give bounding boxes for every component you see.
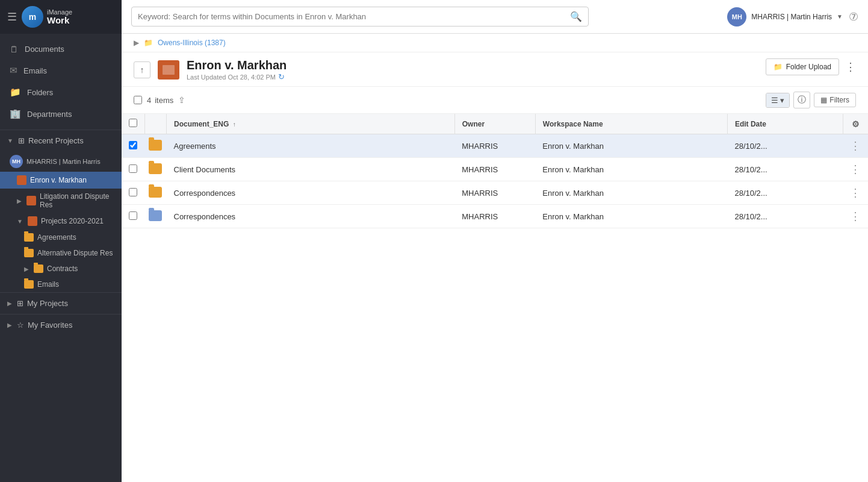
info-button[interactable]: ⓘ (793, 92, 810, 108)
document-icon: 🗒 (10, 44, 19, 54)
my-favorites-label: My Favorites (28, 321, 72, 330)
breadcrumb-parent[interactable]: Owens-Illinois (1387) (158, 39, 226, 47)
row-more-icon[interactable]: ⋮ (850, 210, 861, 223)
projects2020-icon (28, 216, 37, 226)
workspace-more-icon[interactable]: ⋮ (845, 60, 856, 74)
breadcrumb-expand-icon[interactable]: ▶ (134, 39, 139, 47)
sidebar-item-folders[interactable]: 📁 Folders (0, 81, 122, 103)
grid-view-button[interactable]: ☰ ▾ (766, 93, 790, 107)
row-checkbox[interactable] (129, 211, 137, 220)
row-checkbox[interactable] (129, 141, 137, 149)
row-workspace-cell: Enron v. Markhan (535, 134, 727, 158)
row-checkbox[interactable] (129, 188, 137, 196)
row-checkbox-cell (122, 134, 145, 158)
row-workspace-cell: Enron v. Markhan (535, 205, 727, 228)
row-icon-cell (145, 158, 167, 181)
search-input[interactable] (138, 12, 565, 21)
toolbar: 4 items ⇪ ☰ ▾ ⓘ ▦ Filters (122, 87, 868, 114)
sidebar-project-enron[interactable]: Enron v. Markhan (0, 172, 122, 189)
row-more-icon[interactable]: ⋮ (850, 163, 861, 176)
items-count-number: 4 (147, 96, 151, 105)
topbar-right: MH MHARRIS | Martin Harris ▼ ⑦ (727, 7, 858, 27)
th-checkbox (122, 114, 145, 134)
table-row[interactable]: Client Documents MHARRIS Enron v. Markha… (122, 158, 868, 181)
row-name-cell[interactable]: Client Documents (167, 158, 455, 181)
row-more-cell[interactable]: ⋮ (843, 134, 868, 158)
sidebar-project-2020-label: Projects 2020-2021 (41, 217, 104, 225)
row-more-cell[interactable]: ⋮ (843, 158, 868, 181)
my-favorites-chevron: ▶ (7, 322, 12, 328)
my-projects-label: My Projects (27, 299, 68, 308)
settings-icon[interactable]: ⚙ (852, 119, 860, 129)
table-row[interactable]: Correspondences MHARRIS Enron v. Markhan… (122, 205, 868, 228)
select-all-checkbox[interactable] (134, 96, 142, 104)
row-name-cell[interactable]: Correspondences (167, 181, 455, 205)
search-bar[interactable]: 🔍 (131, 7, 589, 27)
table-row[interactable]: Agreements MHARRIS Enron v. Markhan 28/1… (122, 134, 868, 158)
sidebar-item-departments[interactable]: 🏢 Departments (0, 103, 122, 125)
th-settings[interactable]: ⚙ (843, 114, 868, 134)
sidebar-user-item[interactable]: MH MHARRIS | Martin Harris (0, 151, 122, 172)
table-row[interactable]: Correspondences MHARRIS Enron v. Markhan… (122, 181, 868, 205)
row-checkbox[interactable] (129, 164, 137, 173)
recent-projects-chevron: ▼ (7, 137, 13, 144)
user-avatar: MH (727, 7, 746, 27)
share-icon[interactable]: ⇪ (178, 95, 185, 105)
my-projects-header[interactable]: ▶ ⊞ My Projects (0, 293, 122, 314)
sidebar-item-emails[interactable]: ✉ Emails (0, 60, 122, 81)
sidebar-sub-emails[interactable]: Emails (0, 277, 122, 292)
row-name-cell[interactable]: Agreements (167, 134, 455, 158)
sidebar-item-documents[interactable]: 🗒 Documents (0, 39, 122, 60)
search-icon[interactable]: 🔍 (570, 11, 582, 22)
workspace-project-icon (158, 60, 179, 80)
row-editdate-cell: 28/10/2... (727, 158, 843, 181)
row-checkbox-cell (122, 158, 145, 181)
logo-icon: m (22, 6, 43, 28)
folder-upload-label: Folder Upload (786, 63, 831, 71)
folder-upload-button[interactable]: 📁 Folder Upload (766, 58, 839, 75)
sidebar-project-2020[interactable]: ▼ Projects 2020-2021 (0, 213, 122, 230)
row-owner-cell: MHARRIS (454, 158, 535, 181)
recent-projects-header[interactable]: ▼ ⊞ Recent Projects (0, 130, 122, 151)
row-more-cell[interactable]: ⋮ (843, 205, 868, 228)
header-checkbox[interactable] (129, 119, 137, 127)
documents-table: Document_ENG ↑ Owner Workspace Name Edit… (122, 114, 868, 228)
sidebar-sub-altdispute[interactable]: Alternative Dispute Res (0, 245, 122, 261)
hamburger-icon[interactable]: ☰ (7, 10, 17, 23)
row-workspace-cell: Enron v. Markhan (535, 181, 727, 205)
my-favorites-header[interactable]: ▶ ☆ My Favorites (0, 315, 122, 336)
sidebar-project-enron-label: Enron v. Markhan (30, 176, 87, 184)
projects2020-chevron: ▼ (17, 218, 23, 225)
th-owner[interactable]: Owner (454, 114, 535, 134)
user-badge[interactable]: MH MHARRIS | Martin Harris ▼ (727, 7, 843, 27)
up-button[interactable]: ↑ (134, 61, 150, 78)
row-name-cell[interactable]: Correspondences (167, 205, 455, 228)
row-more-icon[interactable]: ⋮ (850, 186, 861, 199)
th-edit-date[interactable]: Edit Date (727, 114, 843, 134)
help-icon[interactable]: ⑦ (849, 10, 858, 23)
user-display-name: MHARRIS | Martin Harris (751, 13, 832, 21)
sidebar-sub-agreements[interactable]: Agreements (0, 230, 122, 245)
sidebar-item-emails-label: Emails (23, 66, 47, 75)
view-toggle: ☰ ▾ (766, 93, 790, 108)
th-workspace[interactable]: Workspace Name (535, 114, 727, 134)
row-more-icon[interactable]: ⋮ (850, 139, 861, 152)
user-dropdown-arrow[interactable]: ▼ (837, 13, 843, 20)
row-more-cell[interactable]: ⋮ (843, 181, 868, 205)
contracts-folder-icon (34, 264, 43, 273)
row-checkbox-cell (122, 181, 145, 205)
sidebar-item-documents-label: Documents (25, 45, 64, 54)
sidebar-user-label: MHARRIS | Martin Harris (26, 158, 101, 165)
sidebar-sub-contracts-label: Contracts (47, 264, 78, 273)
main-content: 🔍 MH MHARRIS | Martin Harris ▼ ⑦ ▶ 📁 Owe… (122, 0, 868, 482)
sidebar-sub-contracts[interactable]: ▶ Contracts (0, 261, 122, 277)
sidebar-item-departments-label: Departments (27, 110, 72, 119)
my-favorites-section: ▶ ☆ My Favorites (0, 314, 122, 336)
recent-projects-label: Recent Projects (28, 136, 84, 145)
workspace-left: ↑ Enron v. Markhan Last Updated Oct 28, … (134, 58, 287, 81)
th-document[interactable]: Document_ENG ↑ (167, 114, 455, 134)
sidebar-project-litigation[interactable]: ▶ Litigation and Dispute Res (0, 189, 122, 213)
refresh-icon[interactable]: ↻ (278, 72, 285, 81)
filter-button[interactable]: ▦ Filters (814, 93, 856, 107)
breadcrumb: ▶ 📁 Owens-Illinois (1387) (122, 34, 868, 52)
